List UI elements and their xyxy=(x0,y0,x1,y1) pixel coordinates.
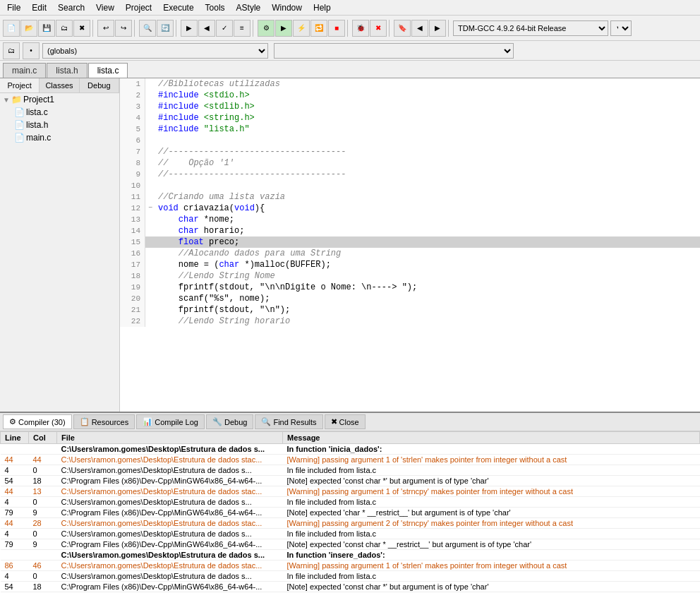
fold-indicator[interactable] xyxy=(145,180,155,191)
fold-indicator[interactable] xyxy=(145,270,155,282)
fold-indicator[interactable] xyxy=(145,316,155,327)
fold-indicator[interactable] xyxy=(145,304,155,316)
table-row[interactable]: 40C:\Users\ramon.gomes\Desktop\Estrutura… xyxy=(1,465,700,476)
fold-indicator[interactable]: − xyxy=(145,203,155,214)
compiler-combo2[interactable]: ▼ xyxy=(610,20,632,36)
cell-file: C:\Users\ramon.gomes\Desktop\Estrutura d… xyxy=(57,518,283,529)
cell-file: C:\Program Files (x86)\Dev-Cpp\MinGW64\x… xyxy=(57,476,283,486)
scope-combo[interactable]: (globals) xyxy=(42,43,268,59)
fold-indicator[interactable] xyxy=(145,157,155,169)
syntax-check-button[interactable]: ≡ xyxy=(234,20,251,37)
code-editor[interactable]: 1//Bibliotecas utilizadas2#include <stdi… xyxy=(120,78,700,412)
table-row[interactable]: 40C:\Users\ramon.gomes\Desktop\Estrutura… xyxy=(1,571,700,582)
table-row[interactable]: 5418C:\Program Files (x86)\Dev-Cpp\MinGW… xyxy=(1,476,700,486)
fold-indicator[interactable] xyxy=(145,112,155,124)
fold-indicator[interactable] xyxy=(145,101,155,112)
cell-col xyxy=(29,550,57,561)
tab-lista-h[interactable]: lista.h xyxy=(47,63,87,78)
fold-indicator[interactable] xyxy=(145,259,155,270)
save-button[interactable]: 💾 xyxy=(38,20,55,37)
bottom-tab-debug[interactable]: 🔧 Debug xyxy=(206,414,253,429)
stop-button[interactable]: ■ xyxy=(328,20,345,37)
table-row[interactable]: 5418C:\Program Files (x86)\Dev-Cpp\MinGW… xyxy=(1,582,700,592)
menu-astyle[interactable]: AStyle xyxy=(231,1,267,14)
open-button[interactable]: 📂 xyxy=(20,20,37,37)
compile-run-button[interactable]: ⚡ xyxy=(293,20,310,37)
sidebar-tab-classes[interactable]: Classes xyxy=(40,78,79,92)
bottom-tab-resources[interactable]: 📋 Resources xyxy=(73,414,135,429)
bottom-tab-compiler[interactable]: ⚙ Compiler (30) xyxy=(3,414,72,429)
debug-button[interactable]: 🐞 xyxy=(352,20,369,37)
next-bookmark-button[interactable]: ▶ xyxy=(429,20,446,37)
undo-button[interactable]: ↩ xyxy=(97,20,114,37)
cell-file: C:\Users\ramon.gomes\Desktop\Estrutura d… xyxy=(57,486,283,497)
tab-main-c[interactable]: main.c xyxy=(3,63,46,78)
tree-item-lista-h[interactable]: 📄 lista.h xyxy=(11,119,119,131)
menu-help[interactable]: Help xyxy=(308,1,337,14)
menu-file[interactable]: File xyxy=(1,1,26,14)
table-row[interactable]: C:\Users\ramon.gomes\Desktop\Estrutura d… xyxy=(1,550,700,561)
table-row[interactable]: 40C:\Users\ramon.gomes\Desktop\Estrutura… xyxy=(1,529,700,539)
find-button[interactable]: 🔍 xyxy=(139,20,156,37)
fold-indicator[interactable] xyxy=(145,135,155,146)
table-row[interactable]: 4444C:\Users\ramon.gomes\Desktop\Estrutu… xyxy=(1,455,700,465)
fold-indicator[interactable] xyxy=(145,236,155,248)
cell-file: C:\Users\ramon.gomes\Desktop\Estrutura d… xyxy=(57,529,283,539)
toggle-comment-button[interactable]: ✓ xyxy=(216,20,233,37)
menu-search[interactable]: Search xyxy=(52,1,90,14)
compile-button[interactable]: ⚙ xyxy=(258,20,274,37)
fold-indicator[interactable] xyxy=(145,214,155,225)
fold-indicator[interactable] xyxy=(145,78,155,90)
menu-tools[interactable]: Tools xyxy=(200,1,231,14)
fold-indicator[interactable] xyxy=(145,225,155,236)
scope-prev-button[interactable]: 🗂 xyxy=(3,42,20,59)
fold-indicator[interactable] xyxy=(145,293,155,304)
table-row[interactable]: 799C:\Program Files (x86)\Dev-Cpp\MinGW6… xyxy=(1,539,700,550)
fold-indicator[interactable] xyxy=(145,90,155,101)
menu-view[interactable]: View xyxy=(90,1,120,14)
close-file-button[interactable]: ✖ xyxy=(73,20,90,37)
indent-button[interactable]: ▶ xyxy=(181,20,198,37)
fold-indicator[interactable] xyxy=(145,191,155,203)
table-row[interactable]: 799C:\Program Files (x86)\Dev-Cpp\MinGW6… xyxy=(1,508,700,518)
new-button[interactable]: 📄 xyxy=(3,20,20,37)
bottom-tab-find-results[interactable]: 🔍 Find Results xyxy=(255,414,322,429)
menu-execute[interactable]: Execute xyxy=(157,1,199,14)
table-row[interactable]: 4428C:\Users\ramon.gomes\Desktop\Estrutu… xyxy=(1,518,700,529)
menu-window[interactable]: Window xyxy=(266,1,308,14)
menu-edit[interactable]: Edit xyxy=(26,1,52,14)
save-all-button[interactable]: 🗂 xyxy=(56,20,73,37)
tree-item-lista-c[interactable]: 📄 lista.c xyxy=(11,106,119,119)
bookmark-button[interactable]: 🔖 xyxy=(394,20,411,37)
tree-item-main-c[interactable]: 📄 main.c xyxy=(11,131,119,144)
unindent-button[interactable]: ◀ xyxy=(198,20,215,37)
line-content: //----------------------------------- xyxy=(155,169,700,180)
redo-button[interactable]: ↪ xyxy=(115,20,132,37)
fold-indicator[interactable] xyxy=(145,146,155,157)
table-row[interactable]: 40C:\Users\ramon.gomes\Desktop\Estrutura… xyxy=(1,497,700,508)
tab-lista-c[interactable]: lista.c xyxy=(88,63,128,78)
sidebar-tab-project[interactable]: Project xyxy=(0,78,40,92)
code-line-20: 20 scanf("%s", nome); xyxy=(120,293,700,304)
fold-indicator[interactable] xyxy=(145,124,155,135)
bottom-tab-close[interactable]: ✖ Close xyxy=(325,414,366,429)
fold-indicator[interactable] xyxy=(145,282,155,293)
table-row[interactable]: C:\Users\ramon.gomes\Desktop\Estrutura d… xyxy=(1,444,700,455)
compiler-combo[interactable]: TDM-GCC 4.9.2 64-bit Release xyxy=(453,20,608,36)
bottom-tab-compile-log[interactable]: 📊 Compile Log xyxy=(136,414,205,429)
rebuild-button[interactable]: 🔁 xyxy=(310,20,327,37)
scope-combo2[interactable] xyxy=(274,43,514,59)
code-line-1: 1//Bibliotecas utilizadas xyxy=(120,78,700,90)
debug-stop-button[interactable]: ✖ xyxy=(370,20,387,37)
fold-indicator[interactable] xyxy=(145,248,155,259)
table-row[interactable]: 4413C:\Users\ramon.gomes\Desktop\Estrutu… xyxy=(1,486,700,497)
fold-indicator[interactable] xyxy=(145,169,155,180)
table-row[interactable]: 8646C:\Users\ramon.gomes\Desktop\Estrutu… xyxy=(1,561,700,571)
prev-bookmark-button[interactable]: ◀ xyxy=(411,20,428,37)
replace-button[interactable]: 🔄 xyxy=(157,20,174,37)
menu-project[interactable]: Project xyxy=(120,1,157,14)
tree-root[interactable]: ▼ 📁 Project1 xyxy=(0,93,119,106)
run-button[interactable]: ▶ xyxy=(275,20,292,37)
code-line-21: 21 fprintf(stdout, "\n"); xyxy=(120,304,700,316)
sidebar-tab-debug[interactable]: Debug xyxy=(80,78,119,92)
